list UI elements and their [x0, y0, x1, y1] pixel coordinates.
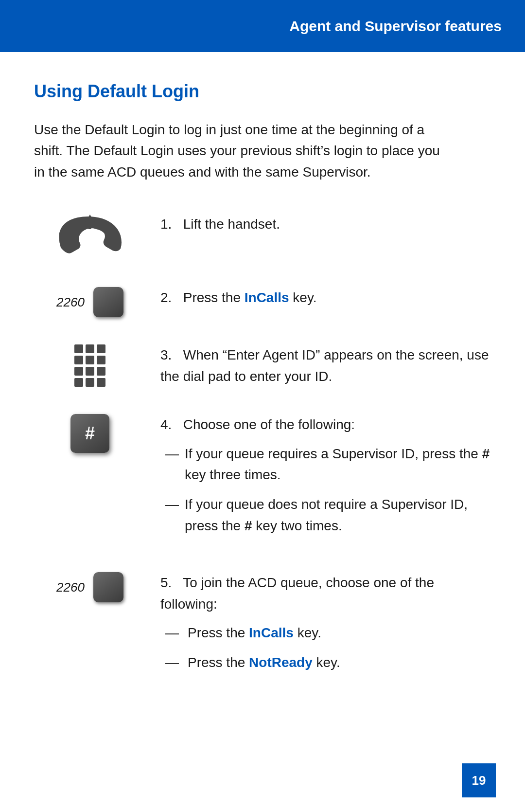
- phone-label-2260-step2: 2260: [56, 295, 85, 310]
- step-5-sub-1-text: Press the InCalls key.: [188, 622, 321, 643]
- dialpad-dot: [97, 344, 105, 353]
- step-5-sublist: — Press the InCalls key. — Press the Not…: [165, 622, 491, 673]
- dash-icon: —: [165, 652, 179, 673]
- dialpad-icon: [74, 344, 105, 387]
- dialpad-dot: [97, 378, 105, 387]
- step-2-text: 2. Press the InCalls key.: [146, 285, 491, 308]
- incalls-button-container: 2260: [56, 287, 123, 317]
- step-1-image: [34, 212, 146, 260]
- step-4-image: #: [34, 412, 146, 453]
- dash-icon: —: [165, 443, 176, 464]
- dash-icon: —: [165, 494, 176, 515]
- dialpad-dot: [74, 356, 83, 364]
- incalls-key-label: InCalls: [245, 290, 289, 305]
- phone-label-2260-step5: 2260: [56, 580, 85, 595]
- step-3-image: [34, 343, 146, 387]
- step-2-text-before: Press the: [183, 290, 245, 305]
- step-1-label: Lift the handset.: [183, 217, 280, 232]
- step-4-sublist: — If your queue requires a Supervisor ID…: [165, 443, 491, 537]
- dialpad-dot: [86, 378, 94, 387]
- step-4-sub-2: — If your queue does not require a Super…: [165, 494, 491, 536]
- step-3-number: 3.: [160, 347, 183, 362]
- step-1: 1. Lift the handset.: [34, 212, 491, 260]
- step-2-text-after: key.: [289, 290, 317, 305]
- step-4-number: 4.: [160, 417, 183, 432]
- step-2-number: 2.: [160, 290, 183, 305]
- main-content: Using Default Login Use the Default Logi…: [0, 52, 525, 737]
- step-4-sub-2-text: If your queue does not require a Supervi…: [185, 494, 491, 536]
- step-5-sub-1: — Press the InCalls key.: [165, 622, 491, 643]
- steps-list: 1. Lift the handset. 2260 2. Press the I…: [34, 212, 491, 707]
- step-5-label: To join the ACD queue, choose one of the…: [160, 575, 434, 611]
- step-4-sub-1-text: If your queue requires a Supervisor ID, …: [185, 443, 491, 486]
- dialpad-dot: [97, 367, 105, 376]
- page-number: 19: [472, 773, 486, 788]
- step-5-text: 5. To join the ACD queue, choose one of …: [146, 570, 491, 682]
- header-title: Agent and Supervisor features: [289, 18, 502, 35]
- step-2-image: 2260: [34, 285, 146, 317]
- dialpad-dot: [86, 344, 94, 353]
- step-5-sub-2: — Press the NotReady key.: [165, 652, 491, 673]
- step-3-label: When “Enter Agent ID” appears on the scr…: [160, 347, 489, 383]
- dialpad-dot: [86, 356, 94, 364]
- step-5: 2260 5. To join the ACD queue, choose on…: [34, 570, 491, 682]
- step-1-number: 1.: [160, 217, 183, 232]
- step-3: 3. When “Enter Agent ID” appears on the …: [34, 343, 491, 387]
- section-title: Using Default Login: [34, 81, 491, 102]
- hash-key-icon: #: [70, 414, 109, 453]
- step-4-sub-1: — If your queue requires a Supervisor ID…: [165, 443, 491, 486]
- dialpad-dot: [74, 378, 83, 387]
- dialpad-dot: [97, 356, 105, 364]
- step-2: 2260 2. Press the InCalls key.: [34, 285, 491, 317]
- step-3-text: 3. When “Enter Agent ID” appears on the …: [146, 343, 491, 387]
- incalls-button-2-container: 2260: [56, 572, 123, 602]
- dash-icon: —: [165, 622, 179, 643]
- step-4-label: Choose one of the following:: [183, 417, 355, 432]
- dialpad-dot: [74, 367, 83, 376]
- handset-up-icon: [53, 214, 126, 260]
- dialpad-dot: [86, 367, 94, 376]
- page-number-box: 19: [462, 763, 496, 797]
- step-4-text: 4. Choose one of the following: — If you…: [146, 412, 491, 545]
- step-5-number: 5.: [160, 575, 183, 590]
- intro-paragraph: Use the Default Login to log in just one…: [34, 119, 452, 182]
- page-header: Agent and Supervisor features: [0, 0, 525, 52]
- incalls-button-icon: [93, 287, 123, 317]
- step-5-image: 2260: [34, 570, 146, 602]
- step-5-sub-2-text: Press the NotReady key.: [188, 652, 340, 673]
- dialpad-dot: [74, 344, 83, 353]
- incalls-button-2-icon: [93, 572, 123, 602]
- step-1-text: 1. Lift the handset.: [146, 212, 491, 235]
- step-4: # 4. Choose one of the following: — If y…: [34, 412, 491, 545]
